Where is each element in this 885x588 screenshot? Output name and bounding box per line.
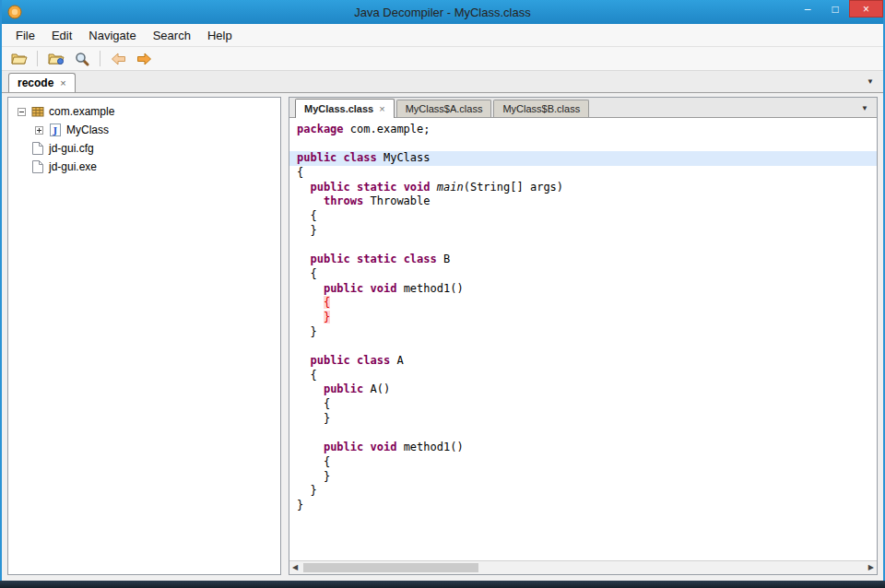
file-icon [30,160,44,173]
code-line [289,137,877,152]
open-file-button[interactable] [7,49,30,69]
close-workspace-tab-icon[interactable]: × [60,77,65,88]
java-class-icon: J [48,123,62,136]
code-area[interactable]: package com.example; public class MyClas… [289,118,877,560]
minimize-button[interactable]: – [794,0,821,18]
tree-item-com-example[interactable]: com.example [8,102,280,121]
code-line: } [289,484,877,499]
code-line: } [289,224,877,239]
editor-tab-myclass-b-class[interactable]: MyClass$B.class [493,100,589,117]
menu-item-help[interactable]: Help [199,26,241,45]
code-line: { [289,209,877,224]
workspace-tab-recode[interactable]: recode × [8,73,76,92]
expand-icon[interactable] [35,126,43,135]
code-line: public static void main(String[] args) [289,181,877,195]
tree-item-label: jd-gui.cfg [49,142,94,155]
code-line: { [289,455,877,470]
editor-panel: ▼ MyClass.class×MyClass$A.classMyClass$B… [289,97,878,575]
code-line: } [289,325,877,340]
code-line [289,426,877,441]
app-icon [7,5,22,19]
code-line: throws Throwable [289,194,877,209]
toolbar-separator [100,51,100,66]
close-editor-tab-icon[interactable]: × [379,103,384,114]
code-line: { [289,267,877,282]
scroll-left-icon[interactable]: ◀ [292,563,298,571]
code-line: { [289,369,877,383]
tree-item-label: MyClass [66,123,109,136]
editor-tab-myclass-class[interactable]: MyClass.class× [295,99,395,118]
code-line: public void method1() [289,282,877,297]
tree-item-label: jd-gui.exe [49,160,97,173]
horizontal-scrollbar[interactable]: ◀ ▶ [289,560,877,574]
tree-item-jd-gui-cfg[interactable]: jd-gui.cfg [8,139,280,158]
workspace-tab-label: recode [18,76,53,89]
tree-item-jd-gui-exe[interactable]: jd-gui.exe [8,158,280,176]
menu-item-edit[interactable]: Edit [43,26,80,45]
editor-tab-dropdown-icon[interactable]: ▼ [861,104,868,112]
code-line: { [289,166,877,181]
scrollbar-thumb[interactable] [303,563,478,572]
back-button[interactable] [107,49,130,69]
menu-item-navigate[interactable]: Navigate [80,26,144,45]
close-button[interactable]: × [849,0,883,18]
tree-item-myclass[interactable]: JMyClass [8,121,280,139]
svg-text:J: J [52,126,56,135]
forward-button[interactable] [133,49,156,69]
expander-spacer [18,145,26,153]
workspace-tab-strip: recode × ▼ [2,71,883,93]
file-tree: com.exampleJMyClassjd-gui.cfgjd-gui.exe [7,97,281,575]
toolbar-separator [37,51,38,66]
code-line [289,339,877,354]
code-line: package com.example; [289,123,877,137]
toolbar [2,47,883,71]
search-icon [75,52,89,66]
editor-tab-label: MyClass$B.class [502,103,580,114]
code-line: { [289,296,877,311]
open-type-button[interactable] [44,49,67,69]
scroll-right-icon[interactable]: ▶ [868,563,874,571]
open-folder-icon [11,52,28,65]
window-title: Java Decompiler - MyClass.class [2,6,883,19]
search-button[interactable] [70,49,93,69]
tree-item-label: com.example [49,105,114,118]
window-controls: – □ × [794,0,883,18]
menubar: FileEditNavigateSearchHelp [2,24,883,47]
main-area: com.exampleJMyClassjd-gui.cfgjd-gui.exe … [2,93,883,581]
code-line: } [289,499,877,513]
code-line: { [289,397,877,412]
menu-item-file[interactable]: File [7,26,43,45]
maximize-button[interactable]: □ [821,0,849,18]
package-icon [30,105,44,118]
code-line: } [289,470,877,485]
editor-tab-strip: ▼ MyClass.class×MyClass$A.classMyClass$B… [289,98,877,118]
file-icon [30,142,44,155]
editor-tab-label: MyClass.class [304,103,373,114]
code-line: public A() [289,382,877,397]
menu-item-search[interactable]: Search [145,26,199,45]
code-line: public void method1() [289,441,877,455]
code-line [289,239,877,253]
window-bottom-edge [0,581,885,588]
workspace-tab-dropdown-icon[interactable]: ▼ [867,77,874,86]
editor-tab-label: MyClass$A.class [406,103,483,114]
open-type-icon [48,52,65,65]
expander-spacer [18,163,26,171]
panel-splitter[interactable] [281,97,289,575]
titlebar[interactable]: Java Decompiler - MyClass.class – □ × [2,0,883,24]
app-window: Java Decompiler - MyClass.class – □ × Fi… [0,0,885,588]
code-line: } [289,311,877,325]
back-arrow-icon [111,53,126,65]
code-line: public class MyClass [289,151,877,166]
code-line: public class A [289,354,877,369]
code-line: public static class B [289,253,877,267]
forward-arrow-icon [136,53,152,65]
code-line: } [289,412,877,427]
collapse-icon[interactable] [18,108,26,116]
editor-tab-myclass-a-class[interactable]: MyClass$A.class [396,100,492,117]
